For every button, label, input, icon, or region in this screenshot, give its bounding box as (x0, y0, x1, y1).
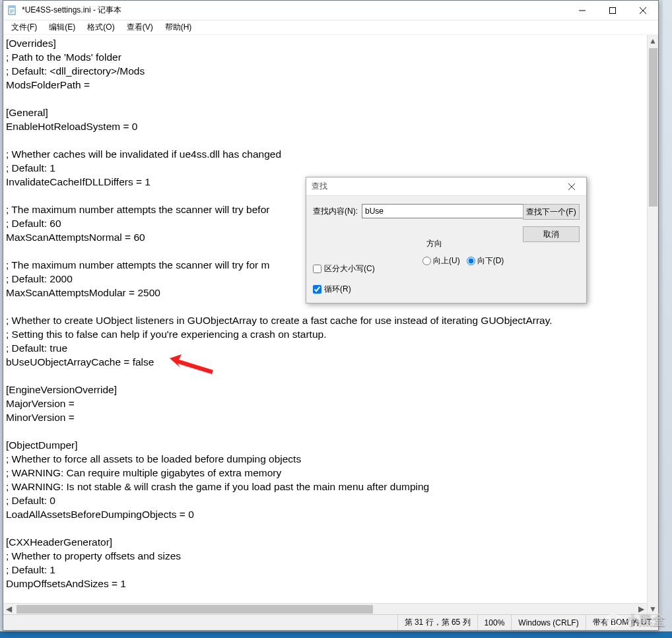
menu-format[interactable]: 格式(O) (82, 20, 119, 34)
find-dialog[interactable]: 查找 查找内容(N): 查找下一个(F) 取消 方向 向上(U) (306, 177, 587, 303)
watermark-icon (605, 612, 622, 629)
minimize-button[interactable] (567, 1, 597, 20)
find-dialog-titlebar[interactable]: 查找 (306, 177, 586, 196)
radio-down-row[interactable]: 向下(D) (467, 255, 504, 267)
editor-textarea[interactable]: [Overrides] ; Path to the 'Mods' folder … (3, 35, 658, 614)
menu-help[interactable]: 帮助(H) (160, 20, 197, 34)
svg-rect-1 (9, 6, 15, 8)
titlebar[interactable]: *UE4SS-settings.ini - 记事本 (3, 1, 658, 20)
find-label: 查找内容(N): (313, 206, 358, 217)
match-case-label: 区分大小写(C) (324, 263, 375, 274)
watermark-text: 小黑盒 (626, 611, 665, 629)
statusbar: 第 31 行，第 65 列 100% Windows (CRLF) 带有 BOM… (3, 614, 658, 630)
vertical-scrollbar[interactable]: ▲ ▼ (647, 35, 658, 614)
match-case-checkbox[interactable] (313, 265, 321, 273)
background-bottom (0, 631, 672, 638)
radio-up[interactable] (422, 257, 431, 265)
background-strip (663, 0, 672, 638)
wrap-checkbox[interactable] (313, 285, 321, 294)
direction-groupbox: 方向 向上(U) 向下(D) (422, 243, 515, 280)
horizontal-scrollbar[interactable]: ◀ ▶ (3, 603, 647, 614)
statusbar-position: 第 31 行，第 65 列 (398, 615, 478, 630)
svg-rect-6 (610, 8, 616, 14)
menu-view[interactable]: 查看(V) (121, 20, 158, 34)
find-dialog-title: 查找 (312, 181, 562, 192)
maximize-button[interactable] (597, 1, 628, 20)
close-button[interactable] (628, 1, 658, 20)
notepad-window: *UE4SS-settings.ini - 记事本 文件(F) 编辑(E) 格式… (3, 0, 659, 631)
statusbar-zoom: 100% (478, 615, 512, 630)
radio-down[interactable] (467, 257, 475, 265)
content-area: [Overrides] ; Path to the 'Mods' folder … (3, 35, 658, 614)
menu-edit[interactable]: 编辑(E) (44, 20, 81, 34)
radio-down-label: 向下(D) (477, 255, 504, 267)
find-dialog-close-button[interactable] (562, 179, 581, 194)
cancel-button[interactable]: 取消 (523, 226, 580, 242)
watermark: 小黑盒 (605, 611, 665, 629)
wrap-label: 循环(R) (324, 284, 351, 295)
vertical-scrollbar-thumb[interactable] (649, 48, 657, 207)
scroll-up-icon[interactable]: ▲ (648, 35, 659, 46)
horizontal-scrollbar-thumb[interactable] (17, 605, 373, 614)
statusbar-eol: Windows (CRLF) (512, 615, 586, 630)
statusbar-spacer (3, 615, 398, 630)
find-next-button[interactable]: 查找下一个(F) (523, 204, 580, 220)
radio-up-row[interactable]: 向上(U) (422, 255, 460, 267)
match-case-row[interactable]: 区分大小写(C) (313, 263, 375, 274)
find-dialog-body: 查找内容(N): 查找下一个(F) 取消 方向 向上(U) 向下(D) (306, 196, 586, 303)
radio-up-label: 向上(U) (433, 255, 460, 267)
wrap-row[interactable]: 循环(R) (313, 284, 375, 295)
direction-label: 方向 (425, 238, 444, 249)
scroll-left-icon[interactable]: ◀ (3, 604, 15, 615)
menu-file[interactable]: 文件(F) (6, 20, 42, 34)
window-title: *UE4SS-settings.ini - 记事本 (22, 5, 567, 16)
menubar: 文件(F) 编辑(E) 格式(O) 查看(V) 帮助(H) (3, 20, 658, 35)
notepad-icon (7, 5, 18, 16)
